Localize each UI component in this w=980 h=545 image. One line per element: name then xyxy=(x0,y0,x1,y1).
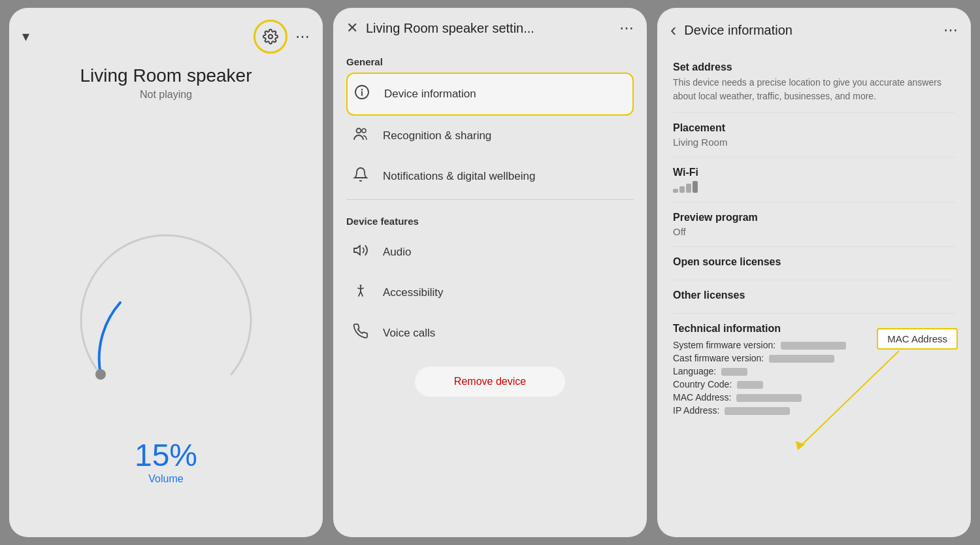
wifi-bar-1 xyxy=(673,189,678,193)
firmware-label: System firmware version: xyxy=(673,340,776,350)
settings-item-notifications[interactable]: Notifications & digital wellbeing xyxy=(346,156,634,197)
more-icon[interactable]: ⋯ xyxy=(295,28,310,45)
wifi-section: Wi-Fi xyxy=(673,157,955,203)
ip-label: IP Address: xyxy=(673,405,719,416)
country-label: Country Code: xyxy=(673,379,732,389)
device-info-title: Device information xyxy=(684,23,936,38)
placement-title: Placement xyxy=(673,122,955,134)
accessibility-icon xyxy=(351,283,370,303)
gear-button[interactable] xyxy=(253,20,287,54)
set-address-title: Set address xyxy=(673,61,955,73)
tech-row-language: Language: xyxy=(673,365,955,378)
tech-row-cast: Cast firmware version: xyxy=(673,352,955,365)
svg-point-6 xyxy=(362,129,366,133)
open-source-section[interactable]: Open source licenses xyxy=(673,247,955,280)
volume-arc[interactable] xyxy=(68,224,264,420)
settings-item-accessibility[interactable]: Accessibility xyxy=(346,272,634,313)
preview-program-title: Preview program xyxy=(673,212,955,223)
svg-point-1 xyxy=(95,369,106,380)
phone-icon xyxy=(351,323,370,343)
people-icon xyxy=(351,126,370,146)
volume-text-container: 15% Volume xyxy=(135,437,197,485)
mac-label: MAC Address: xyxy=(673,392,731,403)
device-info-content: Set address This device needs a precise … xyxy=(657,52,971,537)
notifications-label: Notifications & digital wellbeing xyxy=(383,170,535,183)
recognition-label: Recognition & sharing xyxy=(383,129,491,142)
settings-item-device-info[interactable]: Device information xyxy=(346,73,634,116)
volume-percent: 15% xyxy=(135,437,197,473)
preview-program-value: Off xyxy=(673,226,955,237)
set-address-desc: This device needs a precise location to … xyxy=(673,76,955,103)
close-button[interactable]: ✕ xyxy=(346,20,358,37)
cast-label: Cast firmware version: xyxy=(673,353,764,363)
ip-value xyxy=(725,407,790,415)
panel-speaker: ▾ ⋯ Living Room speaker Not playing 15% … xyxy=(9,8,323,537)
set-address-section: Set address This device needs a precise … xyxy=(673,52,955,113)
firmware-value xyxy=(781,342,846,350)
panel-settings: ✕ Living Room speaker settin... ⋯ Genera… xyxy=(333,8,647,537)
wifi-bar-4 xyxy=(693,181,698,193)
device-info-more-icon[interactable]: ⋯ xyxy=(943,22,958,39)
speaker-title: Living Room speaker xyxy=(9,60,323,89)
dropdown-icon[interactable]: ▾ xyxy=(22,28,29,45)
settings-content: General Device information xyxy=(333,48,647,537)
general-label: General xyxy=(346,48,634,73)
info-icon xyxy=(353,84,371,104)
tech-row-country: Country Code: xyxy=(673,378,955,391)
wifi-bars xyxy=(673,181,955,193)
device-features-label: Device features xyxy=(346,208,634,232)
svg-point-8 xyxy=(360,285,362,287)
wifi-title: Wi-Fi xyxy=(673,167,955,178)
accessibility-label: Accessibility xyxy=(383,286,444,299)
device-info-label: Device information xyxy=(384,88,476,101)
settings-divider xyxy=(346,199,634,200)
preview-program-section: Preview program Off xyxy=(673,203,955,247)
panel-device-info: ‹ Device information ⋯ Set address This … xyxy=(657,8,971,537)
settings-item-audio[interactable]: Audio xyxy=(346,232,634,272)
back-button[interactable]: ‹ xyxy=(670,20,676,41)
audio-label: Audio xyxy=(383,246,411,259)
wifi-bar-2 xyxy=(679,186,685,193)
panel1-header: ▾ ⋯ xyxy=(9,8,323,60)
remove-device-button[interactable]: Remove device xyxy=(415,367,565,397)
language-label: Language: xyxy=(673,366,716,376)
svg-point-5 xyxy=(357,129,361,133)
settings-item-recognition[interactable]: Recognition & sharing xyxy=(346,116,634,156)
cast-value xyxy=(769,355,834,363)
open-source-title: Open source licenses xyxy=(673,256,955,268)
voice-label: Voice calls xyxy=(383,327,435,340)
volume-label: Volume xyxy=(135,473,197,485)
settings-item-voice[interactable]: Voice calls xyxy=(346,313,634,354)
settings-more-icon[interactable]: ⋯ xyxy=(619,20,634,37)
settings-title: Living Room speaker settin... xyxy=(366,21,612,36)
bell-icon xyxy=(351,167,370,186)
mac-address-callout: MAC Address xyxy=(877,328,958,350)
svg-point-0 xyxy=(269,35,272,39)
placement-section: Placement Living Room xyxy=(673,113,955,157)
country-value xyxy=(737,381,763,389)
panel3-header: ‹ Device information ⋯ xyxy=(657,8,971,52)
tech-row-ip: IP Address: xyxy=(673,404,955,417)
mac-value xyxy=(736,394,802,402)
wifi-bar-3 xyxy=(686,184,691,193)
speaker-status: Not playing xyxy=(9,89,323,107)
language-value xyxy=(721,368,747,376)
volume-container: 15% Volume xyxy=(9,107,323,537)
tech-row-mac: MAC Address: xyxy=(673,391,955,404)
audio-icon xyxy=(351,242,370,262)
svg-marker-7 xyxy=(354,246,360,255)
placement-value: Living Room xyxy=(673,137,955,148)
other-licenses-section[interactable]: Other licenses xyxy=(673,280,955,314)
panel2-header: ✕ Living Room speaker settin... ⋯ xyxy=(333,8,647,48)
other-licenses-title: Other licenses xyxy=(673,289,955,301)
